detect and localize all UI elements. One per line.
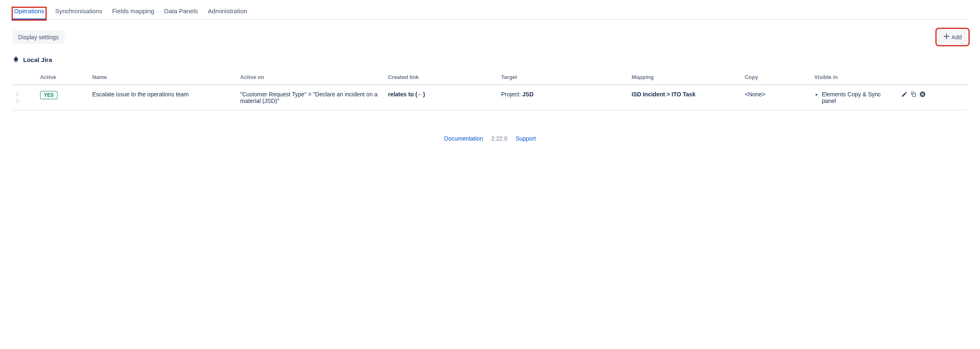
plus-icon <box>943 33 950 41</box>
jira-icon <box>12 56 20 63</box>
edit-icon[interactable] <box>901 91 908 98</box>
visible-item: Elements Copy & Sync panel <box>822 91 895 104</box>
version-label: 2.22.0 <box>491 135 507 142</box>
col-header-mapping: Mapping <box>628 70 742 85</box>
tab-data-panels[interactable]: Data Panels <box>163 7 199 20</box>
tab-synchronisations[interactable]: Synchronisations <box>54 7 103 20</box>
cell-mapping: ISD Incident > ITO Task <box>628 85 742 110</box>
cell-created-link: relates to (←) <box>385 85 498 110</box>
documentation-link[interactable]: Documentation <box>444 135 483 142</box>
svg-rect-0 <box>913 93 916 96</box>
col-header-created-link: Created link <box>385 70 498 85</box>
tab-administration[interactable]: Administration <box>207 7 248 20</box>
display-settings-button[interactable]: Display settings <box>12 31 64 44</box>
toolbar: Display settings Add <box>12 20 968 44</box>
tab-bar: Operations Synchronisations Fields mappi… <box>12 0 968 20</box>
col-header-name: Name <box>89 70 237 85</box>
tab-fields-mapping[interactable]: Fields mapping <box>112 7 155 20</box>
col-header-copy: Copy <box>741 70 811 85</box>
footer: Documentation 2.22.0 Support <box>12 110 968 150</box>
col-header-target: Target <box>498 70 628 85</box>
cell-visible-in: Elements Copy & Sync panel <box>811 85 898 110</box>
target-prefix: Project: <box>501 91 522 98</box>
operations-table: Active Name Active on Created link Targe… <box>12 70 968 110</box>
col-header-active: Active <box>37 70 89 85</box>
drag-handle-icon[interactable]: ⠿⠿ <box>16 92 20 104</box>
target-value: JSD <box>522 91 533 98</box>
support-link[interactable]: Support <box>516 135 536 142</box>
cell-copy: <None> <box>741 85 811 110</box>
section-title: Local Jira <box>23 56 52 63</box>
active-badge: YES <box>40 91 57 99</box>
add-button-label: Add <box>951 34 962 41</box>
delete-icon[interactable] <box>919 91 926 98</box>
cell-active-on: "Customer Request Type" = "Declare an in… <box>237 85 385 110</box>
add-button[interactable]: Add <box>937 30 968 44</box>
cell-name: Escalate issue to the operations team <box>89 85 237 110</box>
section-header: Local Jira <box>12 44 968 70</box>
table-row: ⠿⠿ YES Escalate issue to the operations … <box>12 85 968 110</box>
col-header-active-on: Active on <box>237 70 385 85</box>
cell-target: Project: JSD <box>498 85 628 110</box>
tab-operations[interactable]: Operations <box>12 7 46 20</box>
table-header-row: Active Name Active on Created link Targe… <box>12 70 968 85</box>
copy-icon[interactable] <box>910 91 917 98</box>
col-header-visible-in: Visible in <box>811 70 898 85</box>
